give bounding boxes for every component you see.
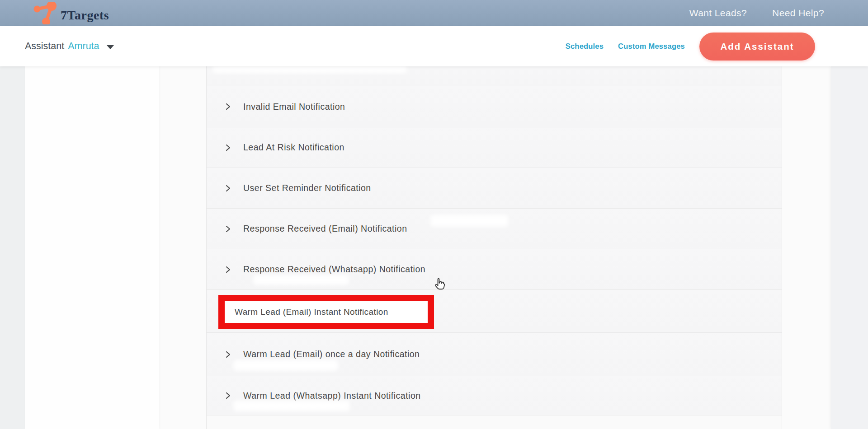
left-gutter [0,66,25,429]
accordion-row-label: Lead At Risk Notification [243,142,344,153]
chevron-right-icon [225,392,231,400]
accordion-row-user-set-reminder[interactable]: User Set Reminder Notification [207,168,782,208]
topbar-links: Want Leads? Need Help? [689,8,824,19]
sidebar-panel [25,66,159,429]
accordion-row-lead-at-risk[interactable]: Lead At Risk Notification [207,127,782,168]
want-leads-link[interactable]: Want Leads? [689,8,747,19]
redaction-blur [233,401,350,411]
highlight-annotation-box[interactable]: Warm Lead (Email) Instant Notification [218,295,434,329]
assistant-label: Assistant [25,41,64,52]
assistant-header: Assistant Amruta Schedules Custom Messag… [0,26,868,66]
brand-logo[interactable]: 7Targets [32,2,109,24]
7targets-logo-icon [32,2,58,24]
right-edge-band [831,66,868,429]
accordion-row-label: Response Received (Whatsapp) Notificatio… [243,264,425,275]
accordion-row-label: Response Received (Email) Notification [243,224,407,234]
accordion-row-response-received-email[interactable]: Response Received (Email) Notification [207,208,782,249]
accordion-row-label: Warm Lead (Whatsapp) Instant Notificatio… [243,391,421,401]
redaction-blur [430,215,508,227]
accordion-row-invalid-email[interactable]: Invalid Email Notification [207,86,782,127]
assistant-selector[interactable]: Assistant Amruta [25,41,114,52]
add-assistant-button[interactable]: Add Assistant [699,33,815,61]
chevron-right-icon [225,225,231,233]
schedules-link[interactable]: Schedules [566,42,604,51]
accordion-row-partial-bottom[interactable] [207,415,782,429]
topbar: 7Targets Want Leads? Need Help? [0,0,868,26]
highlighted-row-label: Warm Lead (Email) Instant Notification [235,307,388,317]
chevron-right-icon [225,266,231,274]
chevron-right-icon [225,184,231,192]
redaction-blur [233,360,338,371]
accordion-row-label: Warm Lead (Email) once a day Notificatio… [243,349,420,359]
assistant-name: Amruta [68,41,99,52]
chevron-right-icon [225,103,231,111]
accordion-row-label: User Set Reminder Notification [243,183,371,193]
custom-messages-link[interactable]: Custom Messages [618,42,685,51]
accordion-row-label: Invalid Email Notification [243,102,345,112]
chevron-down-icon[interactable] [107,45,114,49]
redaction-blur [212,67,407,73]
notification-settings-list: Invalid Email Notification Lead At Risk … [206,66,782,429]
brand-name: 7Targets [61,9,109,24]
redaction-blur [253,275,349,285]
chevron-right-icon [225,144,231,152]
header-actions: Schedules Custom Messages Add Assistant [566,33,815,61]
chevron-right-icon [225,350,231,359]
need-help-link[interactable]: Need Help? [772,8,824,19]
